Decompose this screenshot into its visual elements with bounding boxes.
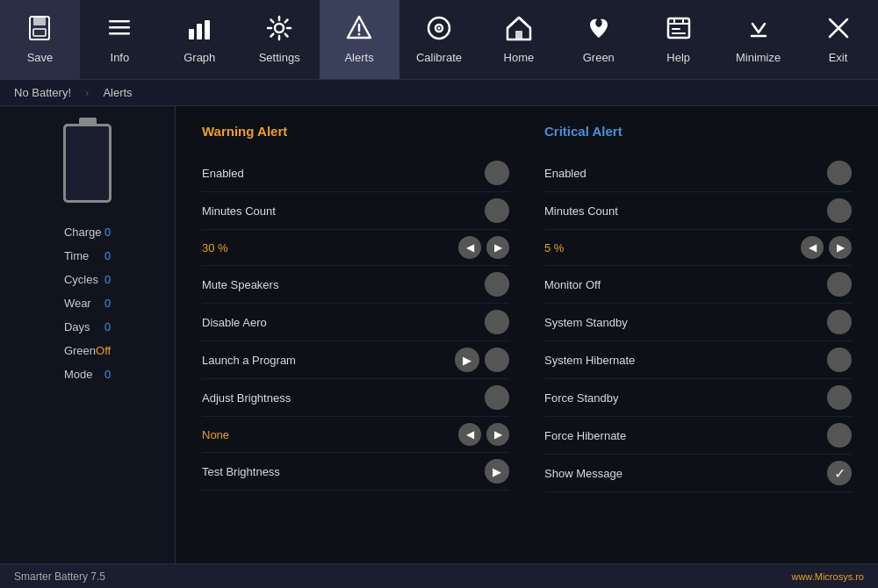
- toolbar-btn-calibrate[interactable]: Calibrate: [399, 0, 479, 79]
- stat-row-time: Time0: [54, 244, 121, 268]
- graph-icon: [186, 15, 212, 46]
- stat-value-days: 0: [104, 320, 111, 333]
- alert-row-label-0: Enabled: [202, 167, 244, 180]
- toolbar-btn-help[interactable]: Help: [638, 0, 718, 79]
- alert-row: Show Message✓: [544, 455, 852, 492]
- battery-icon: [63, 124, 112, 203]
- breadcrumb-separator: ›: [85, 86, 89, 99]
- toolbar-btn-home[interactable]: Home: [479, 0, 558, 79]
- warning-alert-column: Warning Alert EnabledMinutes Count30 %◀▶…: [202, 124, 509, 546]
- stat-row-charge: Charge0: [54, 220, 121, 244]
- toggle-button[interactable]: [485, 310, 509, 334]
- alert-row: Launch a Program▶: [202, 341, 509, 379]
- sidebar: Charge0Time0Cycles0Wear0Days0GreenOffMod…: [0, 106, 176, 563]
- alert-row-label-2: 5 %: [544, 241, 564, 255]
- alert-row-label-7: None: [202, 428, 229, 441]
- breadcrumb-item-1: Alerts: [103, 86, 132, 99]
- toggle-button[interactable]: [827, 423, 852, 448]
- alert-row: Adjust Brightness: [202, 379, 509, 417]
- stat-row-cycles: Cycles0: [54, 268, 121, 291]
- alert-row: Disable Aero: [202, 304, 509, 341]
- toolbar-btn-exit[interactable]: Exit: [798, 0, 878, 79]
- svg-point-12: [358, 33, 361, 36]
- alert-row-label-3: Mute Speakers: [202, 278, 278, 291]
- critical-rows: EnabledMinutes Count5 %◀▶Monitor OffSyst…: [544, 154, 852, 492]
- toggle-button[interactable]: [485, 198, 509, 223]
- svg-rect-8: [205, 20, 210, 39]
- toolbar-btn-graph[interactable]: Graph: [160, 0, 240, 79]
- settings-icon: [266, 15, 292, 46]
- toggle-button[interactable]: [485, 385, 509, 410]
- toolbar-btn-save[interactable]: Save: [0, 0, 80, 79]
- toolbar-label-save: Save: [27, 51, 54, 64]
- stat-label-days: Days: [64, 320, 90, 333]
- play-button[interactable]: ▶: [455, 348, 479, 372]
- alert-row-label-6: Force Standby: [544, 391, 619, 405]
- arrow-left-button[interactable]: ◀: [458, 236, 481, 259]
- arrow-left-button[interactable]: ◀: [458, 423, 481, 446]
- svg-rect-1: [33, 17, 46, 25]
- stat-row-days: Days0: [54, 315, 121, 339]
- stat-label-time: Time: [64, 249, 89, 262]
- alert-row-label-4: Disable Aero: [202, 316, 267, 329]
- svg-rect-2: [33, 29, 46, 36]
- toolbar-label-home: Home: [504, 51, 535, 64]
- arrow-right-button[interactable]: ▶: [486, 423, 509, 446]
- alert-row: Enabled: [202, 154, 509, 192]
- help-icon: [666, 15, 692, 46]
- alert-row-label-1: Minutes Count: [544, 204, 618, 218]
- alert-row: Minutes Count: [544, 192, 852, 230]
- toggle-button[interactable]: [827, 198, 852, 223]
- toolbar-label-green: Green: [583, 51, 615, 64]
- toggle-button[interactable]: ✓: [827, 461, 852, 485]
- toolbar-label-calibrate: Calibrate: [416, 51, 462, 64]
- alerts-icon: [346, 15, 372, 46]
- statusbar-left: Smarter Battery 7.5: [14, 570, 105, 583]
- minimize-icon: [745, 15, 772, 46]
- alert-row-label-4: System Standby: [544, 316, 628, 329]
- alert-row-label-3: Monitor Off: [544, 278, 601, 291]
- alert-row: 5 %◀▶: [544, 230, 852, 266]
- toggle-button[interactable]: [827, 161, 852, 185]
- toolbar-btn-green[interactable]: Green: [558, 0, 638, 79]
- toggle-button[interactable]: [485, 161, 509, 185]
- alert-row: Minutes Count: [202, 192, 509, 230]
- stats-list: Charge0Time0Cycles0Wear0Days0GreenOffMod…: [54, 220, 121, 386]
- alert-row-label-1: Minutes Count: [202, 204, 276, 218]
- toolbar-btn-settings[interactable]: Settings: [240, 0, 320, 79]
- svg-rect-5: [109, 32, 130, 35]
- toggle-button[interactable]: [827, 348, 852, 372]
- svg-rect-4: [109, 26, 130, 29]
- statusbar: Smarter Battery 7.5 www.Microsys.ro: [0, 563, 878, 588]
- toolbar-btn-alerts[interactable]: Alerts: [320, 0, 399, 79]
- toggle-button[interactable]: [827, 272, 852, 297]
- toggle-button[interactable]: [485, 348, 509, 372]
- alert-row: Mute Speakers: [202, 266, 509, 304]
- stat-row-mode: Mode0: [54, 362, 121, 386]
- toolbar-label-exit: Exit: [829, 51, 848, 64]
- alert-row-label-8: Test Brightness: [202, 465, 280, 478]
- alert-row: None◀▶: [202, 417, 509, 453]
- stat-value-wear: 0: [104, 297, 111, 310]
- alert-row: System Standby: [544, 304, 852, 341]
- alert-row-label-6: Adjust Brightness: [202, 391, 291, 405]
- stat-label-wear: Wear: [64, 297, 91, 310]
- toggle-button[interactable]: [827, 385, 852, 410]
- toolbar: Save Info Graph Settings Alerts Calibrat…: [0, 0, 878, 80]
- toolbar-btn-minimize[interactable]: Minimize: [718, 0, 798, 79]
- stat-row-green: GreenOff: [54, 339, 121, 362]
- stat-value-charge: 0: [104, 226, 111, 239]
- play-button[interactable]: ▶: [485, 459, 509, 484]
- save-icon: [26, 15, 53, 46]
- alert-row-label-0: Enabled: [544, 167, 587, 180]
- arrow-right-button[interactable]: ▶: [486, 236, 509, 259]
- arrow-left-button[interactable]: ◀: [801, 236, 824, 259]
- statusbar-watermark: www.Microsys.ro: [791, 571, 864, 582]
- alert-row: System Hibernate: [544, 341, 852, 379]
- stat-value-cycles: 0: [104, 273, 111, 286]
- toggle-button[interactable]: [485, 272, 509, 297]
- toolbar-label-help: Help: [666, 51, 690, 64]
- arrow-right-button[interactable]: ▶: [829, 236, 852, 259]
- toolbar-btn-info[interactable]: Info: [80, 0, 160, 79]
- toggle-button[interactable]: [827, 310, 852, 334]
